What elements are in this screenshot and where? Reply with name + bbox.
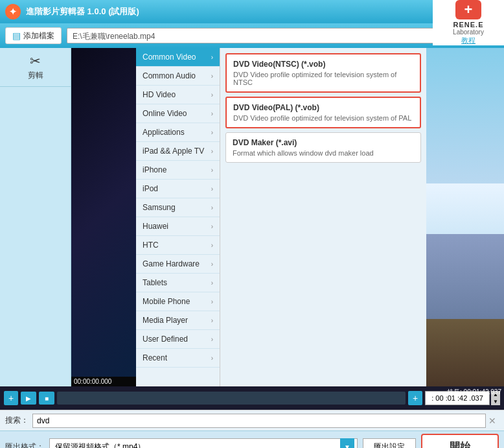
play-button[interactable]: ▶ [21, 392, 36, 405]
format-card-desc: DVD Video profile optimized for televisi… [233, 71, 413, 86]
chevron-right-icon: › [211, 242, 213, 249]
scissors-icon: ✂ [30, 53, 41, 69]
logo-link[interactable]: 教程 [461, 36, 475, 45]
format-card-title: DVD Video(NTSC) (*.vob) [233, 60, 413, 69]
chevron-right-icon: › [211, 298, 213, 305]
menu-item-game-hardware[interactable]: Game Hardware› [136, 255, 220, 274]
chevron-right-icon: › [211, 167, 213, 174]
video-preview-left [71, 48, 136, 377]
menu-item-recent[interactable]: Recent› [136, 349, 220, 368]
format-card-desc: Format which allows window dvd maker loa… [233, 149, 414, 157]
start-button[interactable]: 開始 [421, 434, 499, 448]
add-file-button[interactable]: ▤ 添加檔案 [5, 27, 62, 44]
format-card-title: DVD Video(PAL) (*.vob) [233, 103, 413, 112]
logo-brand: RENE.E [453, 21, 484, 29]
format-row: 匯出格式： 保留源視頻格式（*.mp4） ▼ 匯出設定 開始 [5, 434, 499, 448]
format-select-value: 保留源視頻格式（*.mp4） [52, 442, 340, 449]
menu-item-hd-video[interactable]: HD Video› [136, 86, 220, 104]
chevron-right-icon: › [211, 204, 213, 211]
add-icon: ▤ [12, 30, 21, 41]
format-options: DVD Video(NTSC) (*.vob) DVD Video profil… [220, 48, 426, 386]
search-label: 搜索： [5, 415, 29, 426]
menu-item-iphone[interactable]: iPhone› [136, 161, 220, 180]
video-left-panel: 00:00:00.000 [71, 48, 136, 386]
menu-item-ipad-apple[interactable]: iPad && Apple TV› [136, 142, 220, 161]
chevron-right-icon: › [211, 110, 213, 117]
video-preview-right [426, 48, 504, 386]
bottom-bar: 匯出格式： 保留源視頻格式（*.mp4） ▼ 匯出設定 開始 匯出位置： 📁 🔍 [0, 430, 504, 448]
format-label: 匯出格式： [5, 442, 44, 449]
export-settings-button[interactable]: 匯出設定 [363, 438, 416, 448]
chevron-right-icon: › [211, 73, 213, 80]
title-bar: ✦ 進階影片剪輯器 1.0.0 (試用版) + RENE.E Laborator… [0, 0, 504, 23]
format-card-dvd-maker[interactable]: DVD Maker (*.avi) Format which allows wi… [225, 132, 421, 163]
edit-label: 剪輯 [28, 70, 43, 81]
menu-item-common-audio[interactable]: Common Audio› [136, 67, 220, 86]
chevron-right-icon: › [211, 148, 213, 155]
menu-item-online-video[interactable]: Online Video› [136, 104, 220, 123]
chevron-right-icon: › [211, 54, 213, 61]
menu-item-huawei[interactable]: Huawei› [136, 217, 220, 236]
search-input[interactable] [32, 414, 486, 428]
format-select-arrow[interactable]: ▼ [340, 438, 354, 448]
chevron-right-icon: › [211, 355, 213, 362]
format-card-title: DVD Maker (*.avi) [233, 138, 414, 147]
chevron-right-icon: › [211, 261, 213, 268]
menu-item-mobile-phone[interactable]: Mobile Phone› [136, 292, 220, 311]
chevron-right-icon: › [211, 336, 213, 343]
menu-item-samsung[interactable]: Samsung› [136, 198, 220, 217]
add-left-button[interactable]: + [4, 391, 18, 405]
chevron-right-icon: › [211, 279, 213, 287]
main-area: ✂ 剪輯 00:00:00.000 Common Video›Common Au… [0, 48, 504, 386]
menu-item-common-video[interactable]: Common Video› [136, 48, 220, 67]
format-card-desc: DVD Video profile optimized for televisi… [233, 114, 413, 122]
menu-item-htc[interactable]: HTC› [136, 236, 220, 255]
format-card-dvd-ntsc[interactable]: DVD Video(NTSC) (*.vob) DVD Video profil… [225, 53, 421, 93]
search-area: 搜索： ✕ [0, 410, 504, 430]
edit-button[interactable]: ✂ 剪輯 [0, 48, 71, 87]
chevron-right-icon: › [211, 317, 213, 324]
add-right-button[interactable]: + [408, 391, 422, 405]
chevron-right-icon: › [211, 223, 213, 230]
time-display-left: 00:00:00.000 [71, 377, 136, 386]
search-clear-icon[interactable]: ✕ [486, 416, 499, 426]
app-icon: ✦ [5, 4, 21, 19]
duration-display: 持長: 00:01:42.037 [426, 386, 504, 398]
spin-down-button[interactable]: ▼ [491, 398, 500, 405]
timeline-scrubber[interactable] [57, 392, 406, 405]
menu-item-ipod[interactable]: iPod› [136, 180, 220, 198]
app-title: 進階影片剪輯器 1.0.0 (試用版) [26, 6, 139, 18]
logo-area: + RENE.E Laboratory 教程 [433, 0, 504, 45]
video-right-panel: 持長: 00:01:42.037 [426, 48, 504, 386]
stop-button[interactable]: ■ [39, 392, 54, 405]
format-select-container[interactable]: 保留源視頻格式（*.mp4） ▼ [49, 438, 358, 448]
menu-item-tablets[interactable]: Tablets› [136, 274, 220, 292]
chevron-right-icon: › [211, 129, 213, 136]
menu-item-user-defined[interactable]: User Defined› [136, 330, 220, 349]
format-card-dvd-pal[interactable]: DVD Video(PAL) (*.vob) DVD Video profile… [225, 97, 421, 128]
toolbar: ▤ 添加檔案 E:\毛兼職\reneelab.mp4 [0, 23, 504, 48]
add-file-label: 添加檔案 [23, 30, 54, 41]
menu-item-media-player[interactable]: Media Player› [136, 311, 220, 330]
chevron-right-icon: › [211, 91, 213, 99]
left-panel: ✂ 剪輯 [0, 48, 71, 386]
logo-cross: + [455, 0, 481, 19]
menu-item-applications[interactable]: Applications› [136, 123, 220, 142]
chevron-right-icon: › [211, 185, 213, 193]
format-menu: Common Video›Common Audio›HD Video›Onlin… [136, 48, 220, 386]
logo-lab: Laboratory [453, 29, 484, 36]
